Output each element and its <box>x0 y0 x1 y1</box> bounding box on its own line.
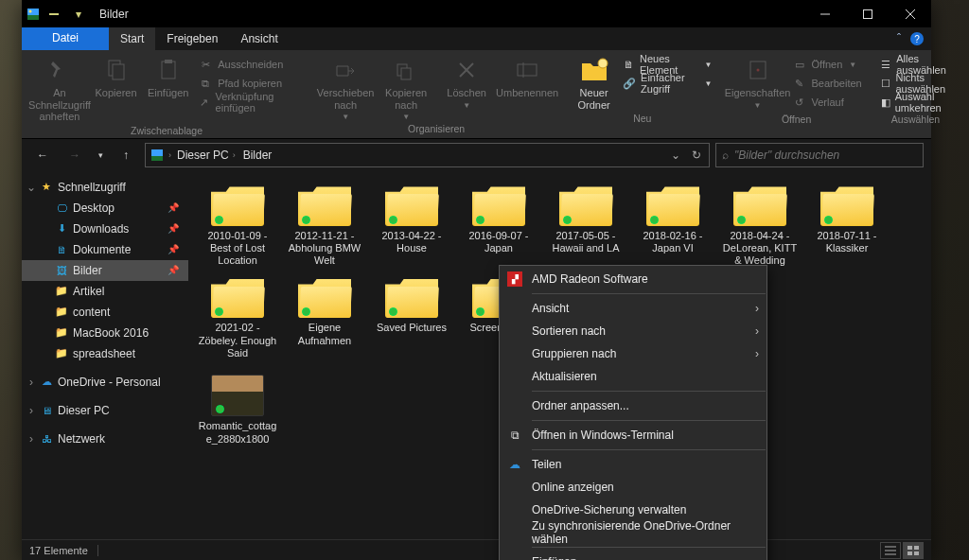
sync-status-icon <box>563 216 572 224</box>
tree-item-pictures[interactable]: 🖼Bilder📌 <box>22 260 188 281</box>
tab-file[interactable]: Datei <box>22 27 109 50</box>
svg-rect-25 <box>907 546 912 550</box>
refresh-button[interactable]: ↻ <box>688 149 705 162</box>
folder-item[interactable]: 2013-04-22 - House <box>368 181 455 273</box>
documents-icon: 🗎 <box>54 242 69 257</box>
forward-button[interactable]: → <box>62 142 88 168</box>
ctx-view-online[interactable]: Online anzeigen <box>500 476 766 499</box>
edit-button[interactable]: ✎Bearbeiten <box>788 74 866 93</box>
rename-button[interactable]: Umbenennen <box>497 53 557 99</box>
tab-view[interactable]: Ansicht <box>229 27 289 50</box>
recent-dropdown[interactable]: ▾ <box>94 142 107 168</box>
ctx-group[interactable]: Gruppieren nach› <box>500 342 766 365</box>
group-organize-label: Organisieren <box>408 123 465 134</box>
folder-item[interactable]: 2010-01-09 - Best of Lost Location <box>194 181 281 273</box>
tree-item-folder[interactable]: 📁MacBook 2016 <box>22 323 188 343</box>
tree-item-downloads[interactable]: ⬇Downloads📌 <box>22 219 188 239</box>
file-label: 2012-11-21 - Abholung BMW Welt <box>283 230 366 268</box>
tree-item-desktop[interactable]: 🖵Desktop📌 <box>22 198 188 219</box>
search-box[interactable]: ⌕ <box>715 143 924 167</box>
breadcrumb-segment[interactable]: Bilder <box>241 149 274 162</box>
pin-quickaccess-button[interactable]: An Schnellzugriff anheften <box>29 53 90 123</box>
folder-item[interactable]: 2018-04-24 - DeLorean, KITT & Wedding <box>716 181 803 273</box>
context-menu[interactable]: ▞AMD Radeon Software Ansicht› Sortieren … <box>499 265 767 560</box>
onedrive-icon: ☁ <box>507 457 522 472</box>
maximize-button[interactable] <box>846 0 889 27</box>
tree-onedrive[interactable]: ›☁OneDrive - Personal <box>22 372 188 393</box>
paste-button[interactable]: Einfügen <box>142 53 194 99</box>
delete-button[interactable]: Löschen▼ <box>436 53 497 110</box>
history-button[interactable]: ↺Verlauf <box>788 93 866 112</box>
svg-point-17 <box>598 59 608 68</box>
breadcrumb-segment[interactable]: Dieser PC› <box>175 149 238 162</box>
folder-item[interactable]: 2018-02-16 - Japan VI <box>629 181 716 273</box>
view-icons-button[interactable] <box>903 542 924 559</box>
properties-button[interactable]: Eigenschaften▼ <box>728 53 788 110</box>
ctx-refresh[interactable]: Aktualisieren <box>500 365 766 388</box>
folder-item[interactable]: 2018-07-11 - Klassiker <box>803 181 890 273</box>
tree-item-documents[interactable]: 🗎Dokumente📌 <box>22 239 188 260</box>
view-details-button[interactable] <box>880 542 901 559</box>
pin-icon <box>44 55 75 85</box>
qat-item[interactable]: ▾ <box>67 8 90 21</box>
qat-item[interactable] <box>43 13 65 15</box>
open-button[interactable]: ▭Öffnen▼ <box>788 55 866 74</box>
ctx-amd-radeon[interactable]: ▞AMD Radeon Software <box>500 268 766 290</box>
easy-access-button[interactable]: 🔗Einfacher Zugriff▼ <box>619 74 715 93</box>
history-dropdown[interactable]: ⌄ <box>667 149 684 162</box>
cut-button[interactable]: ✂Ausschneiden <box>194 55 304 74</box>
new-folder-button[interactable]: Neuer Ordner <box>569 53 619 111</box>
tree-network[interactable]: ›🖧Netzwerk <box>22 429 188 449</box>
up-button[interactable]: ↑ <box>113 142 139 168</box>
folder-item[interactable]: 2021-02 - Zöbeley. Enough Said <box>194 272 281 371</box>
titlebar[interactable]: ▾ Bilder <box>22 0 931 27</box>
tree-this-pc[interactable]: ›🖥Dieser PC <box>22 400 188 421</box>
tree-item-folder[interactable]: 📁content <box>22 302 188 323</box>
ribbon-collapse-button[interactable]: ˆ <box>897 32 901 45</box>
tree-quickaccess[interactable]: ⌄★Schnellzugriff <box>22 177 188 198</box>
select-none-button[interactable]: ☐Nichts auswählen <box>877 74 955 93</box>
file-item[interactable]: Romantic_cottage_2880x1800 <box>194 371 281 450</box>
ctx-customize-folder[interactable]: Ordner anpassen... <box>500 394 766 417</box>
tree-item-folder[interactable]: 📁spreadsheet <box>22 343 188 364</box>
ctx-paste[interactable]: Einfügen <box>500 551 766 560</box>
select-all-button[interactable]: ☰Alles auswählen <box>877 55 955 74</box>
invert-selection-button[interactable]: ◧Auswahl umkehren <box>877 93 955 112</box>
ctx-onedrive-choose[interactable]: Zu synchronisierende OneDrive-Ordner wäh… <box>500 521 766 544</box>
back-button[interactable]: ← <box>29 142 56 168</box>
ctx-sort[interactable]: Sortieren nach› <box>500 320 766 342</box>
image-thumbnail <box>211 375 264 416</box>
copy-path-button[interactable]: ⧉Pfad kopieren <box>194 74 304 93</box>
edit-icon: ✎ <box>792 76 807 91</box>
close-button[interactable] <box>889 0 931 27</box>
paste-shortcut-button[interactable]: ↗Verknüpfung einfügen <box>194 93 304 112</box>
folder-item[interactable]: Saved Pictures <box>368 272 455 371</box>
group-open-label: Öffnen <box>782 114 811 125</box>
ctx-share[interactable]: ☁Teilen <box>500 453 766 476</box>
label: Einfügen <box>148 87 188 99</box>
group-clipboard-label: Zwischenablage <box>131 125 203 136</box>
delete-icon <box>451 55 482 85</box>
navigation-pane[interactable]: ⌄★Schnellzugriff 🖵Desktop📌 ⬇Downloads📌 🗎… <box>22 171 188 539</box>
file-label: 2016-09-07 - Japan <box>457 230 540 254</box>
folder-item[interactable]: 2016-09-07 - Japan <box>455 181 542 273</box>
minimize-button[interactable] <box>803 0 846 27</box>
ctx-onedrive-backup[interactable]: OneDrive-Sicherung verwalten <box>500 499 766 521</box>
move-to-button[interactable]: Verschieben nach▼ <box>315 53 376 121</box>
svg-rect-26 <box>914 546 919 550</box>
sync-status-icon <box>389 216 397 224</box>
new-item-button[interactable]: 🗎Neues Element▼ <box>619 55 715 74</box>
ctx-view[interactable]: Ansicht› <box>500 297 766 320</box>
tab-home[interactable]: Start <box>109 27 155 50</box>
copy-button[interactable]: Kopieren <box>90 53 142 99</box>
ctx-windows-terminal[interactable]: ⧉Öffnen in Windows-Terminal <box>500 424 766 446</box>
copy-to-button[interactable]: Kopieren nach▼ <box>376 53 436 121</box>
folder-item[interactable]: 2017-05-05 - Hawaii and LA <box>542 181 629 273</box>
folder-item[interactable]: Eigene Aufnahmen <box>281 272 368 371</box>
tab-share[interactable]: Freigeben <box>155 27 229 50</box>
search-input[interactable] <box>734 149 917 162</box>
folder-item[interactable]: 2012-11-21 - Abholung BMW Welt <box>281 181 368 273</box>
tree-item-folder[interactable]: 📁Artikel <box>22 281 188 302</box>
help-button[interactable]: ? <box>910 32 924 45</box>
breadcrumb-bar[interactable]: › Dieser PC› Bilder ⌄ ↻ <box>145 143 710 167</box>
